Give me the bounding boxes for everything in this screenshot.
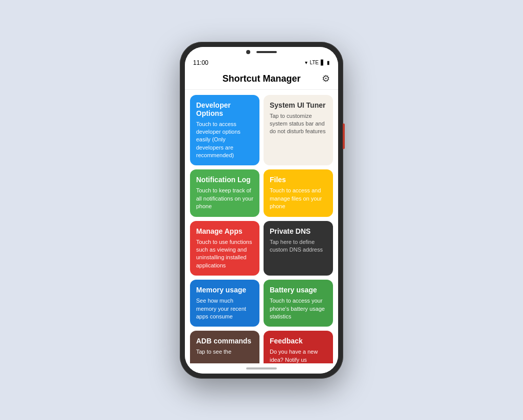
card-desc: Touch to keep track of all notifications…: [196, 187, 253, 210]
card-desc: Touch to use functions such as viewing a…: [196, 238, 253, 270]
card-feedback[interactable]: Feedback Do you have a new idea? Notify …: [264, 331, 333, 363]
card-developer-options[interactable]: Developer Options Touch to access develo…: [190, 95, 259, 166]
signal-icon: ▋: [321, 60, 325, 65]
card-desc: Tap to customize system status bar and d…: [270, 112, 327, 136]
camera: [246, 50, 250, 54]
battery-icon: ▮: [327, 60, 330, 65]
card-desc: Touch to access developer options easily…: [196, 120, 253, 160]
wifi-icon: ▾: [305, 60, 307, 65]
notch-area: [185, 47, 338, 55]
card-title: Memory usage: [196, 286, 253, 294]
card-desc: See how much memory your recent apps con…: [196, 297, 253, 320]
status-time: 11:00: [193, 59, 208, 66]
home-indicator: [185, 363, 338, 374]
phone-screen: 11:00 ▾ LTE ▋ ▮ Shortcut Manager ⚙ Devel…: [185, 47, 338, 374]
side-button: [343, 123, 345, 149]
app-title: Shortcut Manager: [222, 73, 300, 84]
status-icons: ▾ LTE ▋ ▮: [305, 60, 330, 65]
home-bar: [246, 367, 277, 369]
status-bar: 11:00 ▾ LTE ▋ ▮: [185, 55, 338, 68]
card-title: Manage Apps: [196, 227, 253, 235]
settings-icon[interactable]: ⚙: [322, 73, 330, 84]
card-title: Files: [270, 176, 327, 184]
app-header: Shortcut Manager ⚙: [185, 68, 338, 90]
card-desc: Tap to see the: [196, 348, 253, 356]
card-files[interactable]: Files Touch to access and manage files o…: [264, 169, 333, 216]
content-area[interactable]: Developer Options Touch to access develo…: [185, 90, 338, 363]
card-manage-apps[interactable]: Manage Apps Touch to use functions such …: [190, 221, 259, 276]
shortcuts-grid: Developer Options Touch to access develo…: [190, 95, 333, 363]
card-title: Notification Log: [196, 176, 253, 184]
card-notification-log[interactable]: Notification Log Touch to keep track of …: [190, 169, 259, 216]
card-adb-commands[interactable]: ADB commands Tap to see the: [190, 331, 259, 363]
card-title: System UI Tuner: [270, 101, 327, 109]
card-battery-usage[interactable]: Battery usage Touch to access your phone…: [264, 280, 333, 327]
phone-device: 11:00 ▾ LTE ▋ ▮ Shortcut Manager ⚙ Devel…: [180, 42, 343, 379]
card-title: Private DNS: [270, 227, 327, 235]
card-private-dns[interactable]: Private DNS Tap here to define custom DN…: [264, 221, 333, 276]
card-memory-usage[interactable]: Memory usage See how much memory your re…: [190, 280, 259, 327]
card-title: Developer Options: [196, 101, 253, 117]
card-desc: Do you have a new idea? Notify us immedi…: [270, 348, 327, 363]
card-title: ADB commands: [196, 337, 253, 345]
card-title: Battery usage: [270, 286, 327, 294]
card-desc: Touch to access and manage files on your…: [270, 187, 327, 210]
speaker: [256, 51, 277, 53]
lte-label: LTE: [310, 60, 319, 65]
card-desc: Tap here to define custom DNS address: [270, 238, 327, 254]
card-desc: Touch to access your phone's battery usa…: [270, 297, 327, 320]
card-title: Feedback: [270, 337, 327, 345]
card-system-ui-tuner[interactable]: System UI Tuner Tap to customize system …: [264, 95, 333, 166]
